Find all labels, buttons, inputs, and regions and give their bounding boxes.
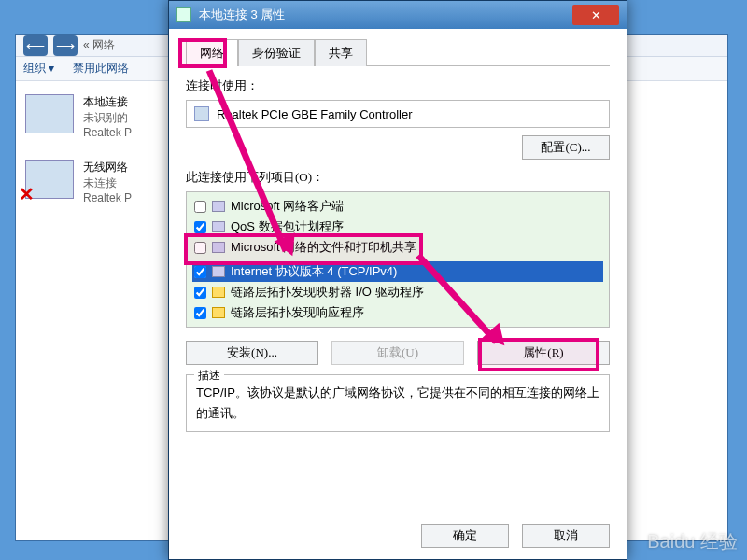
item-label: 链路层拓扑发现响应程序: [231, 304, 364, 321]
service-icon: [212, 221, 225, 232]
tab-strip: 网络 身份验证 共享: [186, 38, 610, 66]
driver-icon: [212, 287, 225, 298]
connection-adapter: Realtek P: [83, 126, 132, 139]
tab-sharing[interactable]: 共享: [315, 39, 367, 66]
description-text: TCP/IP。该协议是默认的广域网络协议，它提供在不同的相互连接的网络上的通讯。: [196, 385, 599, 420]
list-item-selected[interactable]: Internet 协议版本 4 (TCP/IPv4): [192, 261, 603, 282]
items-label: 此连接使用下列项目(O)：: [186, 169, 610, 186]
service-icon: [212, 242, 225, 253]
organize-menu[interactable]: 组织 ▾: [23, 61, 54, 77]
item-checkbox[interactable]: [194, 242, 206, 254]
connection-name: 本地连接: [83, 94, 132, 110]
item-action-buttons: 安装(N)... 卸载(U) 属性(R): [186, 341, 610, 365]
uninstall-button: 卸载(U): [331, 341, 464, 365]
item-checkbox[interactable]: [194, 266, 206, 278]
properties-dialog: 本地连接 3 属性 ✕ 网络 身份验证 共享 连接时使用： Realtek PC…: [168, 0, 627, 560]
item-checkbox[interactable]: [194, 287, 206, 299]
connection-items-box[interactable]: Microsoft 网络客户端 QoS 数据包计划程序 Microsoft 网络…: [186, 191, 610, 328]
connection-text: 本地连接 未识别的 Realtek P: [83, 94, 132, 139]
connection-text: 无线网络 未连接 Realtek P: [83, 160, 132, 204]
disable-device-button[interactable]: 禁用此网络: [73, 61, 129, 77]
breadcrumb[interactable]: « 网络: [83, 37, 115, 53]
watermark: Baidu 经验: [647, 529, 738, 554]
description-box: TCP/IP。该协议是默认的广域网络协议，它提供在不同的相互连接的网络上的通讯。: [186, 374, 610, 432]
item-label: QoS 数据包计划程序: [231, 218, 344, 235]
tab-authentication[interactable]: 身份验证: [238, 39, 315, 66]
list-item[interactable]: Microsoft 网络客户端: [192, 196, 603, 217]
connection-name: 无线网络: [83, 160, 132, 175]
client-icon: [212, 201, 225, 212]
nav-back-button[interactable]: ⟵: [23, 35, 48, 56]
dialog-titlebar[interactable]: 本地连接 3 属性 ✕: [169, 1, 627, 29]
cancel-button[interactable]: 取消: [522, 524, 610, 548]
item-label: 链路层拓扑发现映射器 I/O 驱动程序: [231, 284, 424, 301]
item-checkbox[interactable]: [194, 307, 206, 319]
item-checkbox[interactable]: [194, 201, 206, 213]
ok-button[interactable]: 确定: [421, 524, 509, 548]
connection-adapter: Realtek P: [83, 191, 132, 204]
network-adapter-icon: [25, 94, 74, 133]
adapter-box: Realtek PCIe GBE Family Controller: [186, 100, 610, 128]
connect-using-label: 连接时使用：: [186, 77, 610, 94]
item-label: Microsoft 网络客户端: [231, 198, 344, 215]
item-checkbox[interactable]: [194, 221, 206, 233]
wifi-adapter-icon: [25, 160, 74, 199]
properties-button[interactable]: 属性(R): [477, 341, 610, 365]
list-item[interactable]: 链路层拓扑发现响应程序: [192, 302, 603, 323]
tab-network[interactable]: 网络: [186, 39, 238, 66]
close-icon: ✕: [591, 8, 601, 22]
list-item[interactable]: Microsoft 网络的文件和打印机共享: [192, 237, 603, 258]
adapter-name: Realtek PCIe GBE Family Controller: [217, 107, 413, 121]
protocol-icon: [212, 266, 225, 277]
item-label: Internet 协议版本 4 (TCP/IPv4): [231, 263, 397, 280]
dialog-title: 本地连接 3 属性: [199, 7, 285, 23]
dialog-body: 网络 身份验证 共享 连接时使用： Realtek PCIe GBE Famil…: [169, 29, 627, 441]
install-button[interactable]: 安装(N)...: [186, 341, 318, 365]
list-item[interactable]: QoS 数据包计划程序: [192, 217, 603, 237]
connection-status: 未连接: [83, 175, 132, 191]
dialog-icon: [176, 7, 191, 22]
adapter-icon: [194, 106, 209, 121]
dialog-footer: 确定 取消: [421, 524, 610, 548]
configure-button[interactable]: 配置(C)...: [522, 135, 610, 160]
driver-icon: [212, 307, 225, 318]
list-item[interactable]: 链路层拓扑发现映射器 I/O 驱动程序: [192, 282, 603, 302]
connection-status: 未识别的: [83, 110, 132, 126]
nav-forward-button[interactable]: ⟶: [53, 35, 78, 56]
item-label: Microsoft 网络的文件和打印机共享: [231, 239, 416, 256]
close-button[interactable]: ✕: [572, 5, 619, 25]
